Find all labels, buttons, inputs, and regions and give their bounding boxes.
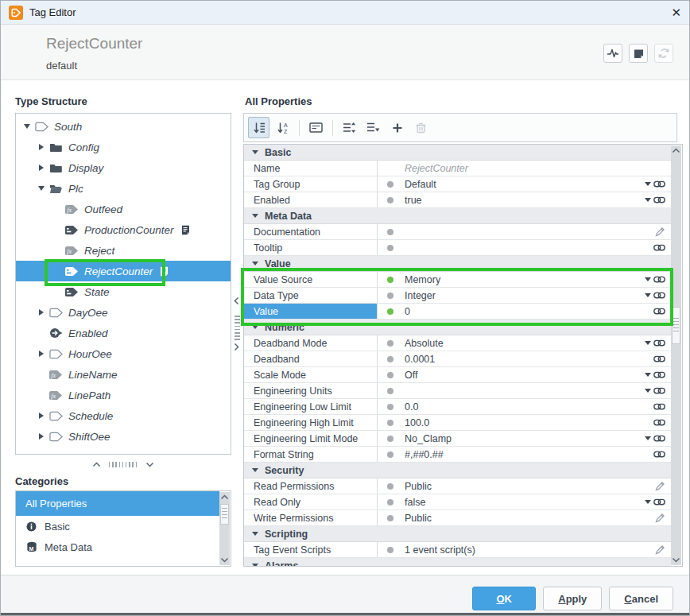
property-name-cell[interactable]: Read Permissions xyxy=(244,478,378,494)
property-name-cell[interactable]: Deadband Mode xyxy=(244,335,378,351)
section-header-scripting[interactable]: Scripting xyxy=(244,526,671,542)
scroll-down-icon[interactable] xyxy=(219,555,230,565)
tree-item-linename[interactable]: fxLineName xyxy=(16,364,231,385)
dropdown-arrow-icon[interactable] xyxy=(645,293,651,297)
binding-link-icon[interactable] xyxy=(653,244,665,251)
property-name-cell[interactable]: Format String xyxy=(244,447,378,462)
property-name-cell[interactable]: Write Permissions xyxy=(244,510,378,525)
scroll-up-icon[interactable] xyxy=(671,145,681,156)
property-name-cell[interactable]: Tag Event Scripts xyxy=(244,542,378,557)
cancel-button[interactable]: Cancel xyxy=(609,587,673,610)
property-value-cell[interactable]: 0 xyxy=(378,304,671,319)
expand-all-button[interactable] xyxy=(339,117,360,138)
binding-link-icon[interactable] xyxy=(653,276,665,283)
edit-pencil-icon[interactable] xyxy=(655,513,665,523)
close-icon[interactable]: ✕ xyxy=(671,6,681,18)
binding-link-icon[interactable] xyxy=(653,308,665,315)
tree-item-config[interactable]: Config xyxy=(16,137,231,157)
binding-link-icon[interactable] xyxy=(653,419,665,426)
property-name-cell[interactable]: Value xyxy=(244,304,378,319)
binding-link-icon[interactable] xyxy=(653,292,665,299)
property-value-cell[interactable]: #,##0.## xyxy=(378,447,671,462)
property-value-cell[interactable]: Default xyxy=(378,176,671,192)
tree-item-dayoee[interactable]: DayOee xyxy=(16,302,231,323)
collapse-arrow-icon[interactable] xyxy=(21,124,33,129)
dropdown-arrow-icon[interactable] xyxy=(645,182,651,186)
property-name-cell[interactable]: Read Only xyxy=(244,494,378,509)
binding-link-icon[interactable] xyxy=(653,387,665,394)
property-value-cell[interactable]: Absolute xyxy=(378,335,671,351)
scrollbar-thumb[interactable] xyxy=(220,504,229,525)
property-value-cell[interactable]: false xyxy=(378,494,671,509)
property-value-cell[interactable]: Memory xyxy=(378,272,671,287)
binding-link-icon[interactable] xyxy=(653,371,665,378)
binding-link-icon[interactable] xyxy=(653,435,665,442)
property-value-cell[interactable]: true xyxy=(378,192,671,207)
apply-button[interactable]: Apply xyxy=(543,587,602,610)
expand-arrow-icon[interactable] xyxy=(35,413,48,419)
tree-item-outfeed[interactable]: fxOutfeed xyxy=(16,199,231,219)
collapse-section-icon[interactable] xyxy=(252,468,258,472)
dropdown-arrow-icon[interactable] xyxy=(645,389,651,393)
binding-link-icon[interactable] xyxy=(653,403,665,410)
sort-alphabetical-button[interactable]: AZ xyxy=(272,117,293,138)
binding-link-icon[interactable] xyxy=(653,339,665,347)
splitter-grip[interactable] xyxy=(109,462,138,467)
edit-pencil-icon[interactable] xyxy=(655,544,665,555)
tree-item-state[interactable]: State xyxy=(16,281,231,302)
expand-arrow-icon[interactable] xyxy=(35,433,48,440)
property-name-cell[interactable]: Tooltip xyxy=(244,240,378,255)
property-value-cell[interactable]: No_Clamp xyxy=(378,431,671,446)
property-name-cell[interactable]: Data Type xyxy=(244,288,378,303)
tree-item-reject[interactable]: fxReject xyxy=(16,240,231,261)
category-item-basic[interactable]: Basic xyxy=(16,516,219,537)
categories-scrollbar[interactable] xyxy=(219,492,230,565)
collapse-section-icon[interactable] xyxy=(252,532,258,536)
delete-property-button[interactable] xyxy=(410,117,432,138)
binding-link-icon[interactable] xyxy=(653,196,665,203)
expand-arrow-icon[interactable] xyxy=(35,351,48,357)
tree-item-linepath[interactable]: fxLinePath xyxy=(16,385,231,405)
dropdown-arrow-icon[interactable] xyxy=(645,373,651,377)
section-header-basic[interactable]: Basic xyxy=(244,145,671,161)
edit-pencil-icon[interactable] xyxy=(655,227,665,237)
expand-arrow-icon[interactable] xyxy=(35,165,48,171)
expand-right-icon[interactable] xyxy=(234,343,239,351)
tree-item-south[interactable]: South xyxy=(16,116,231,137)
property-value-cell[interactable]: 1 event script(s) xyxy=(378,542,671,557)
section-header-value[interactable]: Value xyxy=(244,256,671,272)
diagnostics-icon[interactable] xyxy=(603,44,622,63)
property-value-cell[interactable] xyxy=(378,224,671,239)
category-item-all-properties[interactable]: All Properties xyxy=(16,491,219,516)
collapse-left-icon[interactable] xyxy=(234,296,239,305)
property-name-cell[interactable]: Tag Group xyxy=(244,176,378,192)
tree-item-houroee[interactable]: HourOee xyxy=(16,343,231,364)
section-header-alarms[interactable]: Alarms xyxy=(244,558,671,566)
property-name-cell[interactable]: Engineering High Limit xyxy=(244,415,378,430)
property-name-cell[interactable]: Scale Mode xyxy=(244,367,378,382)
note-icon[interactable] xyxy=(629,44,648,63)
expand-arrow-icon[interactable] xyxy=(35,144,48,150)
collapse-section-icon[interactable] xyxy=(252,214,258,218)
property-value-cell[interactable]: 0.0 xyxy=(378,399,671,414)
collapse-section-icon[interactable] xyxy=(252,325,258,329)
section-header-meta-data[interactable]: Meta Data xyxy=(244,208,671,224)
refresh-icon[interactable] xyxy=(654,44,673,63)
property-value-cell[interactable]: Public xyxy=(378,510,671,525)
dropdown-arrow-icon[interactable] xyxy=(645,341,651,345)
binding-link-icon[interactable] xyxy=(653,180,665,188)
edit-pencil-icon[interactable] xyxy=(655,481,665,491)
property-name-cell[interactable]: Engineering Low Limit xyxy=(244,399,378,414)
tree-item-enabled[interactable]: Enabled xyxy=(16,323,231,343)
property-name-cell[interactable]: Name xyxy=(244,161,378,176)
horizontal-splitter[interactable] xyxy=(15,459,231,471)
property-name-cell[interactable]: Engineering Limit Mode xyxy=(244,431,378,446)
property-name-cell[interactable]: Value Source xyxy=(244,272,378,287)
property-value-cell[interactable]: Public xyxy=(378,478,671,494)
dropdown-arrow-icon[interactable] xyxy=(645,198,651,202)
collapse-section-icon[interactable] xyxy=(252,564,258,566)
scroll-up-icon[interactable] xyxy=(219,492,230,502)
dropdown-arrow-icon[interactable] xyxy=(645,500,651,504)
binding-link-icon[interactable] xyxy=(653,451,665,458)
collapse-up-icon[interactable] xyxy=(92,462,101,467)
